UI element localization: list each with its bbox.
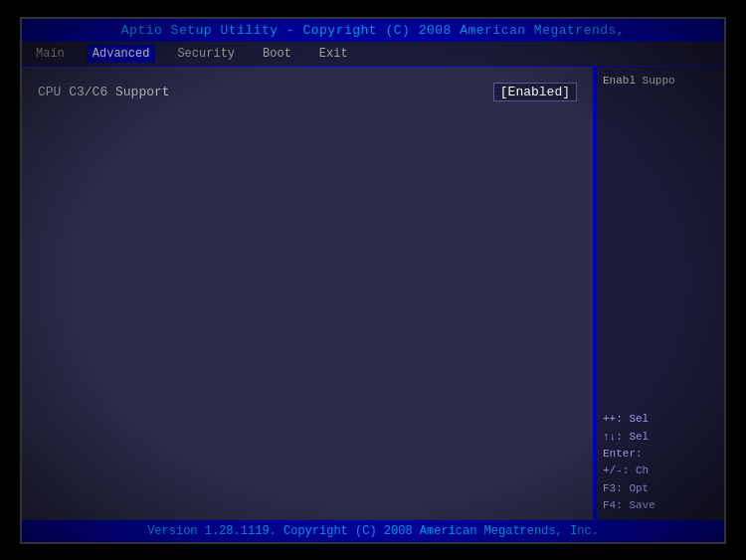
setting-row[interactable]: CPU C3/C6 Support[Enabled] — [34, 79, 581, 105]
center-panel: CPU C3/C6 Support[Enabled] — [22, 67, 595, 520]
key-hint: ++: Sel — [603, 412, 718, 427]
key-hint: ↑↓: Sel — [603, 430, 718, 445]
setting-label: CPU C3/C6 Support — [38, 85, 493, 99]
setting-value[interactable]: [Enabled] — [493, 83, 577, 101]
key-hint: Enter: — [603, 447, 718, 462]
menu-bar: MainAdvancedSecurityBootExit — [22, 42, 724, 67]
key-hint: +/-: Ch — [603, 464, 718, 478]
key-hint: F4: Save — [603, 498, 718, 513]
title-bar: Aptio Setup Utility - Copyright (C) 2008… — [22, 19, 724, 42]
key-help-section: ++: Sel↑↓: SelEnter: +/-: ChF3: OptF4: S… — [603, 412, 718, 513]
menu-item-main[interactable]: Main — [30, 45, 71, 63]
help-text: Enabl Suppo — [603, 73, 718, 90]
right-panel: Enabl Suppo ++: Sel↑↓: SelEnter: +/-: Ch… — [595, 67, 724, 520]
main-content: CPU C3/C6 Support[Enabled] Enabl Suppo +… — [22, 67, 724, 520]
key-hint: F3: Opt — [603, 481, 718, 496]
menu-item-advanced[interactable]: Advanced — [87, 45, 156, 63]
bios-screen: Aptio Setup Utility - Copyright (C) 2008… — [22, 19, 724, 542]
menu-item-exit[interactable]: Exit — [313, 45, 354, 63]
footer-text: Version 1.28.1119. Copyright (C) 2008 Am… — [147, 524, 599, 538]
footer-bar: Version 1.28.1119. Copyright (C) 2008 Am… — [22, 520, 724, 542]
title-text: Aptio Setup Utility - Copyright (C) 2008… — [121, 23, 625, 38]
menu-item-boot[interactable]: Boot — [257, 45, 297, 63]
menu-item-security[interactable]: Security — [171, 45, 241, 63]
